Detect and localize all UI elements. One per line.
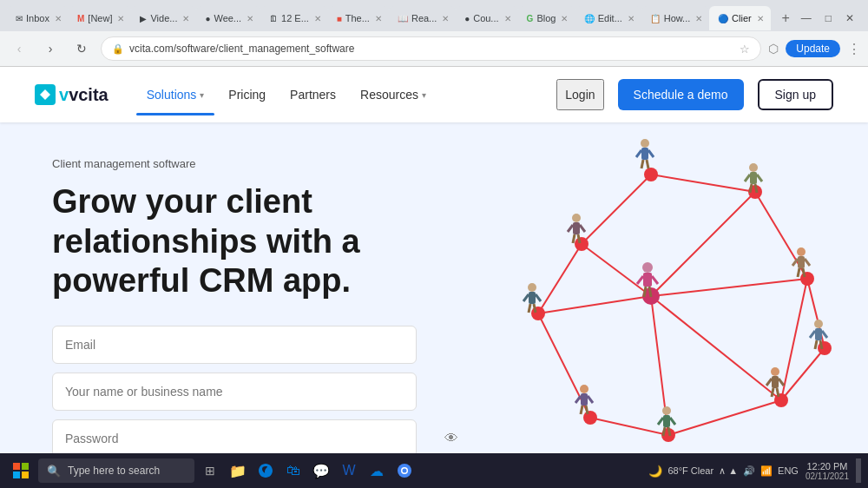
email-input[interactable] (52, 326, 417, 364)
nav-resources[interactable]: Resources ▾ (350, 81, 437, 109)
svg-line-78 (573, 234, 575, 243)
website-content: vvcita Solutions ▾ Pricing Partners Reso… (0, 67, 868, 488)
tab-the-close[interactable]: ✕ (375, 14, 382, 23)
task-view-icon[interactable]: ⊞ (198, 458, 222, 483)
new-tab-button[interactable]: + (774, 6, 798, 30)
tab-read[interactable]: 📖 Rea... ✕ (389, 6, 456, 30)
chrome-menu-icon[interactable]: ⋮ (847, 41, 861, 57)
tab-inbox[interactable]: ✉ Inbox ✕ (7, 6, 69, 30)
password-toggle-icon[interactable]: 👁 (444, 431, 458, 446)
taskbar-search[interactable]: 🔍 Type here to search (38, 458, 194, 483)
secure-icon: 🔒 (112, 43, 124, 55)
svg-line-54 (772, 388, 773, 397)
tab-the-icon: ■ (337, 14, 342, 23)
system-clock[interactable]: 12:20 PM 02/11/2021 (806, 461, 849, 481)
edge-icon[interactable] (253, 458, 278, 483)
store-icon[interactable]: 🛍 (281, 458, 306, 483)
tab-blog-icon: G (527, 14, 534, 23)
svg-point-92 (403, 469, 407, 473)
logo-text: vvcita (59, 85, 108, 105)
tab-week-close[interactable]: ✕ (247, 14, 253, 23)
svg-line-34 (745, 175, 750, 181)
word-icon[interactable]: W (337, 458, 361, 483)
tab-inbox-close[interactable]: ✕ (55, 14, 62, 23)
tab-video-close[interactable]: ✕ (182, 14, 189, 23)
nav-solutions[interactable]: Solutions ▾ (136, 81, 215, 109)
svg-line-84 (644, 287, 646, 297)
svg-point-18 (800, 272, 814, 286)
svg-line-48 (815, 340, 817, 349)
svg-rect-89 (22, 472, 29, 478)
show-desktop-button[interactable] (856, 458, 861, 483)
update-button[interactable]: Update (786, 40, 840, 57)
tab-blog-close[interactable]: ✕ (561, 14, 568, 23)
svg-line-67 (586, 406, 588, 414)
svg-line-13 (538, 296, 651, 313)
logo-icon (35, 84, 56, 105)
logo[interactable]: vvcita (35, 84, 108, 105)
tab-edit-close[interactable]: ✕ (628, 14, 635, 23)
tab-how-close[interactable]: ✕ (695, 14, 702, 23)
svg-line-85 (649, 287, 651, 297)
password-input[interactable] (52, 419, 417, 458)
maximize-button[interactable]: □ (822, 10, 835, 26)
tab-blog[interactable]: G Blog ✕ (518, 6, 575, 30)
tab-how[interactable]: 📋 How... ✕ (641, 6, 709, 30)
system-tray: 🌙 68°F Clear ∧ ▲ 🔊 📶 ENG (648, 465, 799, 478)
svg-line-46 (810, 331, 815, 338)
minimize-button[interactable]: — (798, 10, 815, 26)
address-bar[interactable]: 🔒 vcita.com/software/client_management_s… (101, 36, 761, 61)
solutions-chevron-icon: ▾ (200, 90, 204, 100)
tab-video[interactable]: ▶ Vide... ✕ (131, 6, 196, 30)
reload-button[interactable]: ↻ (69, 36, 94, 61)
schedule-demo-button[interactable]: Schedule a demo (618, 79, 744, 110)
name-input[interactable] (52, 373, 417, 411)
svg-line-37 (755, 184, 757, 193)
svg-line-35 (757, 175, 762, 181)
extensions-icon[interactable]: ⬡ (768, 42, 779, 56)
tab-gmail-close[interactable]: ✕ (117, 14, 124, 23)
tab-clie[interactable]: 🔵 Clier ✕ (709, 6, 771, 30)
svg-point-16 (644, 168, 658, 181)
nav-partners[interactable]: Partners (279, 81, 346, 109)
tab-gmail[interactable]: M [New] ✕ (69, 6, 131, 30)
tab-clie-close[interactable]: ✕ (757, 14, 764, 23)
svg-line-30 (641, 160, 643, 168)
svg-line-77 (580, 225, 585, 232)
nav-pricing[interactable]: Pricing (218, 81, 276, 109)
svg-line-29 (648, 150, 654, 157)
file-explorer-icon[interactable]: 📁 (226, 458, 250, 483)
close-button[interactable]: ✕ (842, 10, 858, 26)
svg-line-28 (636, 150, 641, 157)
chrome-icon[interactable] (392, 458, 417, 483)
onedrive-icon[interactable]: ☁ (365, 458, 389, 483)
svg-line-72 (529, 304, 530, 313)
svg-point-44 (814, 320, 823, 328)
login-button[interactable]: Login (556, 79, 603, 110)
signup-button[interactable]: Sign up (758, 79, 833, 110)
tab-cou-close[interactable]: ✕ (504, 14, 511, 23)
skype-icon[interactable]: 💬 (309, 458, 333, 483)
nav-right: Login Schedule a demo Sign up (556, 79, 833, 110)
tab-read-close[interactable]: ✕ (442, 14, 449, 23)
forward-button[interactable]: › (38, 36, 62, 61)
nav-links: Solutions ▾ Pricing Partners Resources ▾ (136, 81, 437, 109)
svg-rect-33 (750, 172, 757, 184)
svg-line-49 (820, 340, 822, 349)
svg-point-62 (580, 385, 589, 393)
svg-line-59 (670, 418, 675, 425)
tab-cou[interactable]: ● Cou... ✕ (456, 6, 517, 30)
svg-rect-81 (643, 273, 652, 287)
tab-week[interactable]: ● Wee... ✕ (196, 6, 260, 30)
svg-line-47 (822, 331, 827, 338)
back-button[interactable]: ‹ (7, 36, 31, 61)
tab-12e[interactable]: 🗓 12 E... ✕ (260, 6, 328, 30)
start-button[interactable] (7, 457, 35, 485)
tab-12e-close[interactable]: ✕ (314, 14, 321, 23)
tab-the[interactable]: ■ The... ✕ (328, 6, 389, 30)
svg-rect-88 (13, 472, 20, 478)
bookmark-icon[interactable]: ☆ (740, 43, 750, 56)
svg-point-50 (771, 367, 779, 376)
tab-edit[interactable]: 🌐 Edit... ✕ (575, 6, 641, 30)
svg-line-76 (568, 225, 573, 232)
